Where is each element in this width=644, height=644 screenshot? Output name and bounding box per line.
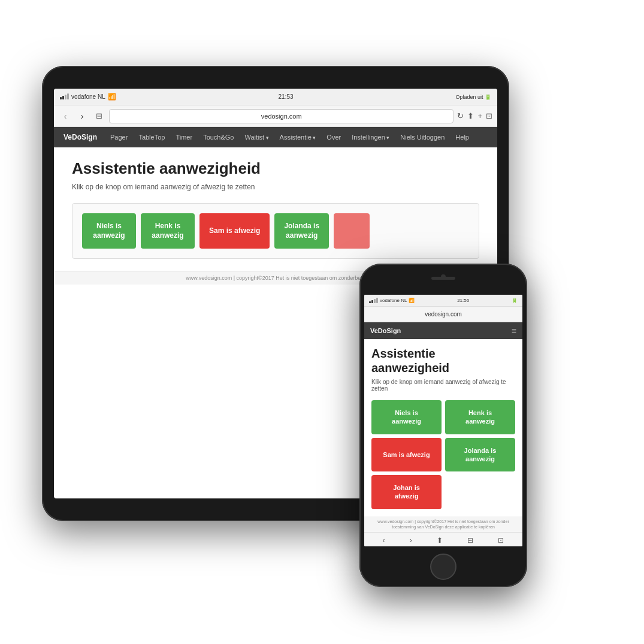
phone-jolanda-button[interactable]: Jolanda is aanwezig <box>445 438 515 472</box>
phone-footer: www.vedosign.com | copyright©2017 Het is… <box>364 516 522 532</box>
phone-bookmarks-button[interactable]: ⊟ <box>467 536 473 545</box>
phone-content: Assistentie aanwezigheid Klik op de knop… <box>364 339 522 516</box>
phone-niels-button[interactable]: Niels isaanwezig <box>371 400 442 434</box>
phone-menu-icon[interactable]: ≡ <box>512 326 516 335</box>
nav-item-over[interactable]: Over <box>322 131 346 143</box>
signal-dots <box>60 93 69 101</box>
phone-navbar: VeDoSign ≡ <box>364 322 522 339</box>
phone-page-subtitle: Klik op de knop om iemand aanwezig of af… <box>371 379 515 392</box>
tablet-statusbar: vodafone NL 📶 21:53 Opladen uit 🔋 <box>54 89 497 105</box>
nav-item-touchgo[interactable]: Touch&Go <box>198 131 238 143</box>
phone-statusbar: vodafone NL 📶 21:56 🔋 <box>364 295 522 307</box>
phone-back-button[interactable]: ‹ <box>383 536 385 545</box>
battery-icon: 🔋 <box>485 94 491 100</box>
nav-item-instellingen[interactable]: Instellingen <box>347 131 394 143</box>
phone-presence-grid: Niels isaanwezig Henk isaanwezig Sam is … <box>371 400 515 509</box>
tablet-content: Assistentie aanwezigheid Klik op de knop… <box>54 147 497 271</box>
phone-henk-button[interactable]: Henk isaanwezig <box>445 400 515 434</box>
henk-present-button[interactable]: Henk isaanwezig <box>141 213 195 249</box>
tablet-charge: Opladen uit 🔋 <box>455 94 491 100</box>
scene: vodafone NL 📶 21:53 Opladen uit 🔋 ‹ › ⊟ … <box>0 0 644 644</box>
nav-item-help[interactable]: Help <box>451 131 474 143</box>
share-button[interactable]: ⬆ <box>467 111 474 120</box>
presence-card: Niels isaanwezig Henk isaanwezig Sam is … <box>72 203 479 259</box>
nav-item-timer[interactable]: Timer <box>171 131 197 143</box>
phone-device: vodafone NL 📶 21:56 🔋 vedosign.com VeDoS… <box>359 264 527 587</box>
url-text: vedosign.com <box>261 113 302 120</box>
phone-sam-button[interactable]: Sam is afwezig <box>371 438 442 472</box>
browser-actions: ↻ ⬆ + ⊡ <box>457 111 492 120</box>
phone-bottombar: ‹ › ⬆ ⊟ ⊡ <box>364 532 522 546</box>
tablet-navbar: VeDoSign Pager TableTop Timer Touch&Go W… <box>54 127 497 147</box>
url-bar[interactable]: vedosign.com <box>109 109 453 123</box>
phone-status-left: vodafone NL 📶 <box>369 298 415 303</box>
phone-forward-button[interactable]: › <box>410 536 412 545</box>
presence-buttons-row: Niels isaanwezig Henk isaanwezig Sam is … <box>82 213 469 249</box>
phone-speaker <box>431 277 455 280</box>
new-tab-button[interactable]: + <box>477 111 482 120</box>
niels-present-button[interactable]: Niels isaanwezig <box>82 213 136 249</box>
page-subtitle: Klik op de knop om iemand aanwezig of af… <box>72 183 479 191</box>
tablet-carrier: vodafone NL <box>71 93 105 100</box>
tablet-status-left: vodafone NL 📶 <box>60 93 116 101</box>
page-title: Assistentie aanwezigheid <box>72 159 479 178</box>
nav-item-assistentie[interactable]: Assistentie <box>275 131 321 143</box>
phone-time: 21:56 <box>457 298 469 303</box>
nav-brand: VeDoSign <box>59 133 102 141</box>
bookmarks-button[interactable]: ⊟ <box>92 110 105 123</box>
phone-johan-button[interactable]: Johan isafwezig <box>371 475 442 509</box>
phone-battery-icon: 🔋 <box>512 298 518 303</box>
forward-button[interactable]: › <box>75 110 89 123</box>
jolanda-present-button[interactable]: Jolanda isaanwezig <box>274 213 329 249</box>
sam-absent-button[interactable]: Sam is afwezig <box>199 213 270 249</box>
phone-screen: vodafone NL 📶 21:56 🔋 vedosign.com VeDoS… <box>364 295 522 546</box>
phone-wifi-icon: 📶 <box>409 298 415 303</box>
phone-carrier: vodafone NL <box>380 298 407 303</box>
tablet-time: 21:53 <box>279 93 294 100</box>
nav-item-logout[interactable]: Niels Uitloggen <box>395 131 449 143</box>
phone-tabs-button[interactable]: ⊡ <box>498 536 504 545</box>
reload-button[interactable]: ↻ <box>457 111 464 120</box>
tablet-wifi-icon: 📶 <box>108 93 116 101</box>
phone-signal <box>369 298 378 303</box>
tablet-browserbar: ‹ › ⊟ vedosign.com ↻ ⬆ + ⊡ <box>54 105 497 127</box>
phone-nav-brand: VeDoSign <box>370 327 401 334</box>
back-button[interactable]: ‹ <box>59 110 72 123</box>
phone-urlbar[interactable]: vedosign.com <box>364 307 522 322</box>
extra-absent-button[interactable] <box>334 213 370 249</box>
phone-share-button[interactable]: ⬆ <box>437 536 443 545</box>
nav-item-pager[interactable]: Pager <box>105 131 132 143</box>
tabs-button[interactable]: ⊡ <box>486 111 492 120</box>
nav-item-waitist[interactable]: Waitist <box>240 131 274 143</box>
nav-item-tabletop[interactable]: TableTop <box>134 131 170 143</box>
phone-page-title: Assistentie aanwezigheid <box>371 346 515 375</box>
phone-home-button[interactable] <box>430 554 456 580</box>
phone-url-text: vedosign.com <box>425 311 462 318</box>
